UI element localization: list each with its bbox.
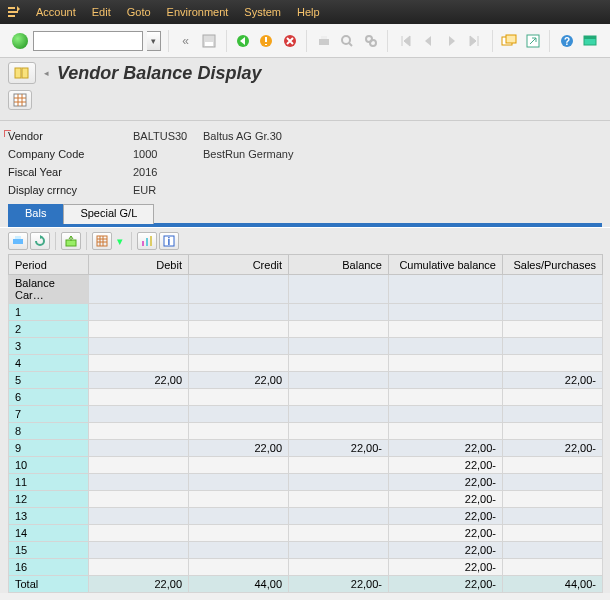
refresh-icon[interactable] <box>30 232 50 250</box>
table-row[interactable]: 6 <box>9 389 603 406</box>
table-row[interactable]: 1222,00- <box>9 491 603 508</box>
svg-text:?: ? <box>564 36 570 47</box>
col-sales-purchases[interactable]: Sales/Purchases <box>503 255 603 275</box>
col-balance[interactable]: Balance <box>289 255 389 275</box>
back-icon[interactable] <box>233 31 252 51</box>
grid-toolbar: ▾ i <box>0 227 610 254</box>
svg-rect-23 <box>97 236 107 246</box>
svg-rect-25 <box>146 238 148 246</box>
svg-point-9 <box>370 40 376 46</box>
save-icon[interactable] <box>199 31 218 51</box>
svg-rect-1 <box>205 42 213 46</box>
table-row[interactable]: 1122,00- <box>9 474 603 491</box>
menu-account[interactable]: Account <box>36 6 76 18</box>
value-company-code: 1000 <box>133 148 193 160</box>
layout-dropdown-icon[interactable]: ▾ <box>114 232 126 250</box>
menu-bar: Account Edit Goto Environment System Hel… <box>0 0 610 24</box>
command-dropdown[interactable]: ▾ <box>147 31 161 51</box>
table-row[interactable]: 1522,00- <box>9 542 603 559</box>
back-skip-icon[interactable]: « <box>176 31 195 51</box>
svg-rect-26 <box>150 236 152 246</box>
svg-rect-24 <box>142 241 144 246</box>
shortcut-icon[interactable] <box>523 31 542 51</box>
header-info: Vendor BALTUS30 Baltus AG Gr.30 Company … <box>0 121 610 227</box>
table-row[interactable]: 2 <box>9 321 603 338</box>
label-fiscal-year: Fiscal Year <box>8 166 133 178</box>
svg-rect-16 <box>584 36 596 39</box>
col-debit[interactable]: Debit <box>89 255 189 275</box>
table-row[interactable]: 1 <box>9 304 603 321</box>
table-row[interactable]: 1622,00- <box>9 559 603 576</box>
label-company-code: Company Code <box>8 148 133 160</box>
col-period[interactable]: Period <box>9 255 89 275</box>
menu-help[interactable]: Help <box>297 6 320 18</box>
title-tool-icon[interactable] <box>8 62 36 84</box>
last-page-icon[interactable] <box>465 31 484 51</box>
find-icon[interactable] <box>338 31 357 51</box>
menu-goto[interactable]: Goto <box>127 6 151 18</box>
svg-point-7 <box>342 36 350 44</box>
menu-environment[interactable]: Environment <box>167 6 229 18</box>
value-company-name: BestRun Germany <box>203 148 293 160</box>
alv-grid-icon[interactable] <box>8 90 32 110</box>
label-vendor: Vendor <box>8 130 133 142</box>
print-grid-icon[interactable] <box>8 232 28 250</box>
print-icon[interactable] <box>314 31 333 51</box>
svg-text:i: i <box>168 236 171 247</box>
menu-edit[interactable]: Edit <box>92 6 111 18</box>
svg-rect-5 <box>319 39 329 45</box>
table-row[interactable]: 1322,00- <box>9 508 603 525</box>
svg-rect-18 <box>22 68 28 78</box>
table-row[interactable]: 1422,00- <box>9 525 603 542</box>
svg-rect-17 <box>15 68 21 78</box>
svg-rect-21 <box>15 236 21 239</box>
menu-system[interactable]: System <box>244 6 281 18</box>
table-row[interactable]: 8 <box>9 423 603 440</box>
table-row[interactable]: 3 <box>9 338 603 355</box>
prev-page-icon[interactable] <box>419 31 438 51</box>
tab-balances[interactable]: Bals <box>8 204 63 224</box>
enter-icon[interactable] <box>10 31 29 51</box>
table-row[interactable]: 7 <box>9 406 603 423</box>
balance-table[interactable]: Period Debit Credit Balance Cumulative b… <box>8 254 603 593</box>
standard-toolbar: ▾ « ? <box>0 24 610 58</box>
cancel-icon[interactable] <box>280 31 299 51</box>
value-vendor-code: BALTUS30 <box>133 130 193 142</box>
value-display-currency: EUR <box>133 184 193 196</box>
svg-rect-6 <box>321 36 327 39</box>
export-icon[interactable] <box>61 232 81 250</box>
svg-rect-11 <box>506 35 516 43</box>
table-row[interactable]: 4 <box>9 355 603 372</box>
new-session-icon[interactable] <box>500 31 519 51</box>
balance-grid: Period Debit Credit Balance Cumulative b… <box>0 254 610 593</box>
table-row[interactable]: 1022,00- <box>9 457 603 474</box>
table-row[interactable]: 522,0022,0022,00- <box>9 372 603 389</box>
exit-icon[interactable] <box>257 31 276 51</box>
command-field[interactable] <box>33 31 143 51</box>
value-fiscal-year: 2016 <box>133 166 193 178</box>
chart-icon[interactable] <box>137 232 157 250</box>
find-next-icon[interactable] <box>361 31 380 51</box>
next-page-icon[interactable] <box>442 31 461 51</box>
app-menu-icon[interactable] <box>6 5 20 19</box>
label-display-currency: Display crrncy <box>8 184 133 196</box>
svg-rect-20 <box>13 239 23 244</box>
svg-rect-19 <box>14 94 26 106</box>
col-cumulative[interactable]: Cumulative balance <box>389 255 503 275</box>
value-vendor-name: Baltus AG Gr.30 <box>203 130 282 142</box>
table-row[interactable]: Total22,0044,0022,00-22,00-44,00- <box>9 576 603 593</box>
table-row[interactable]: Balance Car… <box>9 275 603 304</box>
table-row[interactable]: 922,0022,00-22,00-22,00- <box>9 440 603 457</box>
page-title: Vendor Balance Display <box>57 63 261 84</box>
info-icon[interactable]: i <box>159 232 179 250</box>
help-icon[interactable]: ? <box>557 31 576 51</box>
layout-icon[interactable] <box>581 31 600 51</box>
col-credit[interactable]: Credit <box>189 255 289 275</box>
layout-select-icon[interactable] <box>92 232 112 250</box>
title-zone: ◂ Vendor Balance Display <box>0 58 610 121</box>
tab-special-gl[interactable]: Special G/L <box>63 204 154 224</box>
first-page-icon[interactable] <box>395 31 414 51</box>
